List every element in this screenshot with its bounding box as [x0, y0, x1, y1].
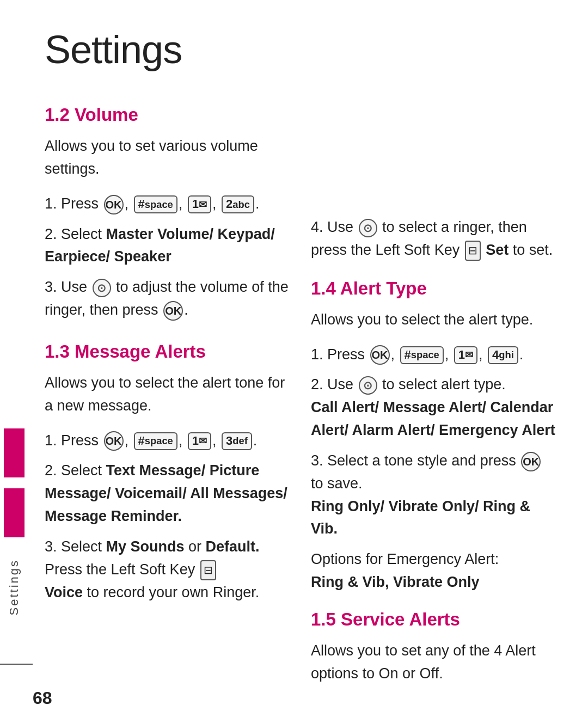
emergency-options: Options for Emergency Alert: Ring & Vib,… [311, 548, 555, 594]
sidebar-bar-top [4, 428, 24, 477]
ok-key-icon-4: OK [370, 345, 390, 365]
section-1-4-description: Allows you to select the alert type. [311, 309, 555, 332]
one-key-icon-2: 1✉ [188, 432, 211, 450]
sidebar: Settings [0, 0, 28, 705]
section-1-2-description: Allows you to set various volume setting… [45, 135, 289, 181]
step-1-2-3: 3. Use ⊙ to adjust the volume of the rin… [45, 276, 289, 322]
section-1-3-description: Allows you to select the alert tone for … [45, 372, 289, 418]
nav-key-icon-3: ⊙ [359, 376, 377, 395]
step-1-2-2: 2. Select Master Volume/ Keypad/ Earpiec… [45, 223, 289, 269]
section-1-2-heading: 1.2 Volume [45, 105, 289, 125]
hash-key-icon-2: #space [134, 432, 177, 450]
page-container: Settings Settings 1.2 Volume Allows you … [0, 0, 588, 705]
step-1-4-1: 1. Press OK, #space, 1✉, 4ghi. [311, 344, 555, 366]
section-1-3: 1.3 Message Alerts Allows you to select … [45, 341, 289, 604]
nav-key-icon: ⊙ [93, 279, 111, 297]
page-title: Settings [45, 27, 555, 72]
soft-key-icon-2: ⊟ [465, 241, 481, 261]
section-1-5-description: Allows you to set any of the 4 Alert opt… [311, 640, 555, 685]
section-1-4-heading: 1.4 Alert Type [311, 278, 555, 299]
page-number: 68 [33, 688, 52, 705]
soft-key-icon: ⊟ [200, 560, 216, 580]
main-content: Settings 1.2 Volume Allows you to set va… [28, 0, 588, 705]
section-1-3-heading: 1.3 Message Alerts [45, 341, 289, 362]
section-1-5-heading: 1.5 Service Alerts [311, 609, 555, 630]
left-column: 1.2 Volume Allows you to set various vol… [45, 99, 289, 697]
right-column: 4. Use ⊙ to select a ringer, then press … [311, 99, 555, 697]
two-key-icon: 2abc [222, 195, 254, 213]
section-1-2: 1.2 Volume Allows you to set various vol… [45, 105, 289, 322]
sidebar-label: Settings [7, 559, 21, 616]
hash-key-icon: #space [134, 195, 177, 213]
step-1-3-3: 3. Select My Sounds or Default. Press th… [45, 536, 289, 604]
ok-key-icon: OK [104, 195, 124, 214]
sidebar-bar-bottom [4, 488, 24, 537]
two-column-layout: 1.2 Volume Allows you to set various vol… [45, 99, 555, 697]
three-key-icon: 3def [222, 432, 252, 450]
ok-key-icon-3: OK [104, 431, 124, 451]
one-key-icon-3: 1✉ [454, 346, 477, 364]
section-1-4: 1.4 Alert Type Allows you to select the … [311, 278, 555, 594]
step-1-4-3: 3. Select a tone style and press OK to s… [311, 450, 555, 541]
step-4-volume: 4. Use ⊙ to select a ringer, then press … [311, 216, 555, 262]
step-1-3-2: 2. Select Text Message/ Picture Message/… [45, 459, 289, 528]
nav-key-icon-2: ⊙ [359, 219, 377, 237]
ok-key-icon-5: OK [521, 452, 541, 471]
step-1-3-1: 1. Press OK, #space, 1✉, 3def. [45, 430, 289, 452]
section-1-5: 1.5 Service Alerts Allows you to set any… [311, 609, 555, 685]
step-1-4-2: 2. Use ⊙ to select alert type. Call Aler… [311, 373, 555, 442]
sidebar-line [0, 664, 33, 665]
four-key-icon: 4ghi [488, 346, 518, 364]
ok-key-icon-2: OK [163, 301, 183, 321]
one-key-icon: 1✉ [188, 195, 211, 213]
hash-key-icon-3: #space [400, 346, 444, 364]
step-1-2-1: 1. Press OK, #space, 1✉, 2abc. [45, 193, 289, 216]
